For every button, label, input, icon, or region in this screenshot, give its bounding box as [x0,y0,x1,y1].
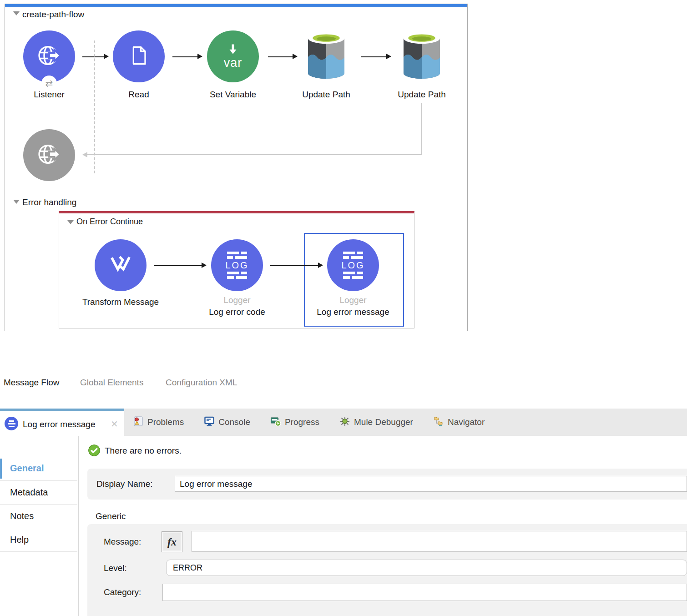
sidebar-active-accent [0,459,2,479]
set-variable-label: Set Variable [194,89,272,101]
tab-configuration-xml[interactable]: Configuration XML [166,378,237,388]
category-label: Category: [104,587,141,597]
on-error-continue-scope: On Error Continue Transform Message [59,211,414,328]
sidebar-item-help[interactable]: Help [10,535,29,545]
response-connector-horizontal [87,154,422,155]
anypoint-studio-screen: create-path-flow ⇄ Listener Read [0,0,687,616]
update-path-node-1[interactable] [304,30,348,83]
transform-message-node[interactable] [95,239,146,291]
close-tab-icon[interactable]: ✕ [111,419,118,429]
read-node[interactable] [113,30,165,82]
set-variable-icon: var [224,43,242,70]
level-combobox[interactable]: ERROR [166,560,687,576]
problems-icon [133,416,144,429]
logger-code-name: Log error code [209,307,265,317]
message-label: Message: [104,537,141,547]
logger-icon: LOG [341,252,364,279]
logger-message-labels: Logger Log error message [314,294,392,318]
collapse-triangle-icon[interactable] [13,11,20,15]
flow-selection-bar [5,4,467,7]
dataweave-icon [107,251,134,279]
logger-type-label: Logger [314,294,392,306]
tab-mule-debugger[interactable]: Mule Debugger [339,416,413,429]
generic-section-title: Generic [96,511,126,521]
sidebar-separator [0,528,77,528]
flow-connector [82,54,109,60]
scope-dashed-divider [94,40,95,173]
logger-type-label: Logger [198,294,276,306]
tab-message-flow[interactable]: Message Flow [4,378,60,388]
sidebar-separator [0,551,77,552]
s3-bucket-icon [304,75,348,83]
mule-debugger-icon [339,416,350,429]
tab-console[interactable]: Console [204,416,250,429]
logger-message-node[interactable]: LOG [327,239,379,291]
logger-code-node[interactable]: LOG [211,239,263,291]
sidebar-divider [78,436,79,616]
tab-progress-label: Progress [285,417,319,427]
sidebar-item-metadata[interactable]: Metadata [10,487,48,498]
message-expression-field[interactable]: #[ "Message: " ++ error.muleMessage.type… [192,531,687,552]
flow-connector [270,263,323,268]
tab-log-error-message[interactable]: Log error message ✕ [0,409,124,436]
set-variable-node[interactable]: var [207,30,259,82]
update-path-node-2[interactable] [400,30,444,83]
display-name-input[interactable] [175,476,687,492]
tab-navigator[interactable]: Navigator [433,416,485,429]
flow-canvas: create-path-flow ⇄ Listener Read [5,4,468,331]
http-globe-icon [35,140,63,170]
tab-navigator-label: Navigator [448,417,485,427]
file-icon [126,43,152,70]
logger-icon: LOG [225,252,248,279]
logger-mini-icon [5,417,18,430]
tab-global-elements[interactable]: Global Elements [80,378,143,388]
read-label: Read [100,89,177,101]
logger-message-name: Log error message [317,307,389,317]
navigator-icon [433,416,444,429]
response-connector-arrowhead-icon [82,152,87,157]
on-error-continue-label: On Error Continue [76,217,143,227]
sidebar-item-notes[interactable]: Notes [10,511,34,521]
http-globe-icon [35,41,63,71]
view-tabs-row: Problems Console [133,409,485,436]
tab-problems-label: Problems [147,417,184,427]
listener-label: Listener [10,89,88,101]
response-connector-vertical [421,103,422,155]
sidebar-item-general[interactable]: General [10,463,44,474]
flow-connector [361,54,391,60]
sidebar-separator [0,480,77,481]
sidebar-separator [0,504,77,505]
display-name-label: Display Name: [96,479,153,489]
flow-connector [154,263,207,268]
collapse-triangle-icon[interactable] [13,200,20,204]
flow-title: create-path-flow [22,10,84,20]
progress-icon [270,416,281,429]
flow-connector [172,54,202,60]
update-path-label-2: Update Path [383,89,460,101]
active-view-tab-label: Log error message [23,419,95,429]
tab-progress[interactable]: Progress [270,416,319,429]
tab-mule-debugger-label: Mule Debugger [354,417,413,427]
update-path-label-1: Update Path [288,89,365,101]
console-icon [204,416,215,429]
listener-response-node[interactable] [23,129,75,181]
transform-message-label: Transform Message [82,296,159,308]
collapse-triangle-icon[interactable] [67,220,74,224]
category-input[interactable] [162,584,687,601]
no-errors-check-icon [88,444,101,459]
tab-problems[interactable]: Problems [133,416,184,429]
logger-code-labels: Logger Log error code [198,294,276,318]
status-message: There are no errors. [105,446,182,456]
level-label: Level: [104,563,127,573]
listener-node[interactable] [23,30,75,82]
sidebar-separator [0,457,77,457]
s3-bucket-icon [400,75,444,83]
error-handling-label: Error handling [22,197,76,207]
fx-expression-button[interactable]: fx [162,531,182,552]
flow-connector [268,54,298,60]
tab-console-label: Console [218,417,250,427]
